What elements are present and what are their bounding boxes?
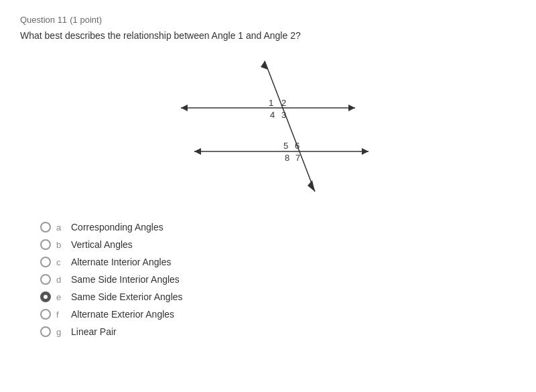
label-2: 2 [281, 98, 286, 108]
label-5: 5 [283, 141, 288, 151]
options-list: aCorresponding AnglesbVertical AnglescAl… [40, 222, 516, 337]
question-number: Question 11 [20, 15, 67, 25]
option-item-e[interactable]: eSame Side Exterior Angles [40, 291, 516, 302]
option-label-b: Vertical Angles [71, 239, 133, 250]
label-7: 7 [295, 153, 300, 163]
label-8: 8 [285, 153, 289, 163]
svg-marker-1 [181, 105, 188, 111]
option-label-e: Same Side Exterior Angles [71, 291, 183, 302]
label-6: 6 [295, 141, 299, 151]
question-header: Question 11 (1 point) [20, 13, 516, 25]
option-item-b[interactable]: bVertical Angles [40, 239, 516, 250]
radio-a[interactable] [40, 222, 51, 233]
option-item-f[interactable]: fAlternate Exterior Angles [40, 309, 516, 320]
option-letter-d: d [56, 275, 64, 285]
svg-marker-4 [194, 148, 201, 155]
option-item-c[interactable]: cAlternate Interior Angles [40, 257, 516, 267]
radio-b[interactable] [40, 239, 51, 250]
diagram-container: 1 2 4 3 5 6 8 7 [20, 54, 516, 202]
option-label-c: Alternate Interior Angles [71, 257, 171, 267]
option-item-a[interactable]: aCorresponding Angles [40, 222, 516, 233]
radio-e[interactable] [40, 291, 51, 302]
question-text: What best describes the relationship bet… [20, 30, 516, 41]
option-label-d: Same Side Interior Angles [71, 274, 180, 285]
radio-d[interactable] [40, 274, 51, 285]
option-letter-b: b [56, 240, 64, 250]
question-points: (1 point) [70, 15, 102, 25]
svg-line-6 [265, 61, 315, 192]
svg-marker-8 [308, 180, 315, 192]
option-letter-e: e [56, 292, 64, 302]
svg-marker-7 [261, 61, 268, 70]
option-letter-a: a [56, 222, 64, 233]
option-item-d[interactable]: dSame Side Interior Angles [40, 274, 516, 285]
svg-marker-2 [348, 105, 355, 111]
diagram: 1 2 4 3 5 6 8 7 [161, 58, 375, 198]
label-4: 4 [270, 110, 275, 120]
option-item-g[interactable]: gLinear Pair [40, 326, 516, 337]
radio-c[interactable] [40, 257, 51, 267]
option-letter-c: c [56, 257, 64, 267]
radio-f[interactable] [40, 309, 51, 320]
svg-marker-5 [362, 148, 368, 155]
option-label-a: Corresponding Angles [71, 222, 163, 233]
option-letter-g: g [56, 327, 64, 337]
angles-diagram: 1 2 4 3 5 6 8 7 [161, 58, 375, 198]
label-1: 1 [269, 98, 273, 108]
option-label-f: Alternate Exterior Angles [71, 309, 174, 320]
option-label-g: Linear Pair [71, 326, 117, 337]
label-3: 3 [281, 110, 286, 120]
radio-g[interactable] [40, 326, 51, 337]
option-letter-f: f [56, 310, 64, 320]
